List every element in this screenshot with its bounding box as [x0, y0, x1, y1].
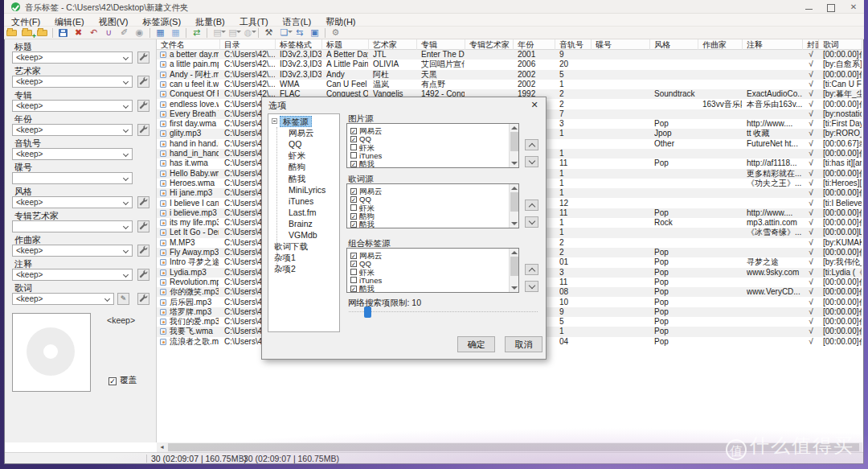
tree-item-itunes[interactable]: iTunes [268, 195, 339, 207]
field-combo-4[interactable]: <keep> [12, 124, 133, 136]
column-header-format[interactable]: 标签格式 [276, 39, 322, 50]
convert-icon[interactable]: ⇆ [292, 27, 307, 39]
column-header-disc[interactable]: 碟号 [592, 39, 650, 50]
delete-icon[interactable]: ✖ [71, 27, 86, 39]
move-down-button-2[interactable] [525, 216, 538, 228]
scroll-left-icon[interactable]: ◂ [157, 442, 167, 452]
wrench-icon-button-9[interactable] [137, 245, 149, 257]
table-row[interactable]: a little pain.mp3C:\Users\42\...ID3v2.3,… [157, 60, 862, 69]
column-header-album[interactable]: 专辑 [417, 39, 465, 50]
maximize-button[interactable] [824, 3, 838, 12]
column-header-cover[interactable]: 封面 [803, 39, 819, 50]
field-combo-10[interactable]: <keep> [12, 269, 133, 281]
wrench-icon-button-2[interactable] [137, 76, 149, 88]
checkbox-icon[interactable]: ✓ [350, 261, 357, 267]
table-view-icon[interactable]: ▦ [153, 27, 168, 39]
listbox-scrollbar[interactable] [509, 184, 518, 228]
wrench-icon-button-8[interactable] [137, 220, 149, 232]
save-icon[interactable] [55, 27, 71, 39]
checkbox-icon[interactable]: ✓ [350, 161, 357, 167]
field-combo-8[interactable] [12, 220, 133, 232]
column-header-track[interactable]: 音轨号 [555, 39, 592, 50]
tree-item-[interactable]: 标签源 [268, 116, 339, 127]
field-combo-9[interactable]: <keep> [12, 245, 133, 257]
search-limit-slider-thumb[interactable] [364, 306, 371, 318]
field-combo-7[interactable]: <keep> [12, 196, 133, 208]
move-up-button-3[interactable] [525, 264, 538, 275]
scroll-up-icon[interactable] [511, 251, 518, 254]
table-row[interactable]: can u feel it.wmaC:\Users\42\...WMACan U… [157, 80, 862, 89]
tree-item-minilyrics[interactable]: MiniLyrics [268, 184, 339, 195]
grid-view-icon[interactable]: ▦ [168, 27, 183, 39]
wrench-icon-button-11[interactable] [137, 293, 149, 305]
column-header-artist[interactable]: 艺术家 [369, 39, 417, 50]
scroll-up-icon[interactable] [511, 126, 518, 130]
move-up-button-1[interactable] [525, 139, 538, 150]
copy-tags-icon[interactable]: ❏ [276, 27, 292, 39]
tree-expander-icon[interactable] [272, 118, 277, 124]
scroll-up-icon[interactable] [511, 187, 518, 190]
cover-art-box[interactable] [12, 313, 91, 392]
tree-item-[interactable]: 酷我 [268, 173, 339, 184]
column-header-year[interactable]: 年份 [514, 39, 555, 50]
field-combo-2[interactable]: <keep> [12, 76, 133, 88]
folders-icon[interactable] [35, 27, 50, 39]
tree-item-vgmdb[interactable]: VGMdb [268, 229, 339, 241]
edit-pen-icon[interactable]: ✐ [117, 27, 132, 39]
ok-button[interactable]: 确定 [457, 336, 495, 352]
wrench-icon-button-1[interactable] [137, 51, 149, 64]
wrench-icon-button-4[interactable] [137, 124, 149, 136]
checkbox-icon[interactable]: ✓ [350, 128, 357, 134]
tree-item-[interactable]: 酷狗 [268, 161, 339, 172]
cover-source-icon[interactable]: ▤ [210, 27, 225, 39]
tree-item-qq[interactable]: QQ [268, 138, 339, 150]
column-header-composer[interactable]: 作曲家 [698, 39, 743, 50]
checkbox-icon[interactable] [350, 152, 357, 158]
locate-icon[interactable]: ◉ [132, 27, 147, 39]
column-header-title[interactable]: 标题 [322, 39, 369, 50]
source-item-[interactable]: ✓酷我 [350, 160, 375, 168]
scrollbar-thumb[interactable] [510, 192, 518, 212]
cover-overwrite-checkbox[interactable]: ✓覆盖 [108, 375, 137, 386]
settings-gear-icon[interactable]: ⚙ [328, 27, 343, 39]
column-header-album_artist[interactable]: 专辑艺术家 [465, 39, 514, 50]
tag-source-icon[interactable]: ▤ [225, 27, 240, 39]
tree-item-2[interactable]: 杂项2 [268, 263, 339, 274]
column-header-dir[interactable]: 目录 [220, 39, 276, 50]
checkbox-icon[interactable] [350, 204, 357, 211]
tools-icon[interactable]: ⚒ [261, 27, 276, 39]
auto-tag-icon[interactable]: ⇄ [189, 27, 204, 39]
source-item-[interactable]: ✓酷我 [350, 285, 375, 293]
checkbox-icon[interactable]: ✓ [350, 286, 357, 292]
checkbox-icon[interactable]: ✓ [350, 196, 357, 203]
lyrics-book-icon[interactable]: ∪ [101, 27, 117, 39]
undo-icon[interactable]: ↶ [86, 27, 101, 39]
column-header-genre[interactable]: 风格 [650, 39, 698, 50]
cancel-button[interactable]: 取消 [505, 336, 542, 352]
wrench-icon-button-3[interactable] [137, 100, 149, 112]
scrollbar-thumb[interactable] [510, 257, 518, 276]
listbox-scrollbar[interactable] [509, 124, 518, 167]
field-combo-11[interactable]: <keep> [12, 293, 114, 305]
checkbox-icon[interactable]: ✓ [350, 213, 357, 220]
add-folder-icon[interactable]: + [19, 27, 35, 39]
search-limit-slider-track[interactable] [349, 311, 538, 312]
tree-item-[interactable]: 歌词下载 [268, 241, 339, 252]
open-folder-icon[interactable] [4, 27, 19, 39]
move-up-button-2[interactable] [525, 200, 538, 211]
checkbox-icon[interactable] [350, 144, 357, 150]
checkbox-icon[interactable]: ✓ [350, 253, 357, 259]
lyrics-edit-button[interactable]: ✎ [117, 293, 129, 305]
rename-icon[interactable]: ▣ [307, 27, 322, 39]
source-item-[interactable]: ✓酷我 [350, 220, 375, 228]
scroll-down-icon[interactable] [511, 286, 518, 290]
tree-item-[interactable]: 虾米 [268, 150, 339, 161]
table-row[interactable]: Andy - 阿杜.mp3C:\Users\42\...ID3v2.3,ID3v… [157, 70, 862, 80]
checkbox-icon[interactable]: ✓ [350, 221, 357, 228]
checkbox-icon[interactable] [350, 269, 357, 275]
tree-item-1[interactable]: 杂项1 [268, 252, 339, 263]
column-header-lyrics[interactable]: 歌词 [819, 39, 862, 50]
wrench-icon-button-7[interactable] [137, 196, 149, 208]
tree-item-brainz[interactable]: Brainz [268, 218, 339, 229]
table-row[interactable]: a better day.mp3C:\Users\42\...ID3v2.3,I… [157, 50, 862, 60]
